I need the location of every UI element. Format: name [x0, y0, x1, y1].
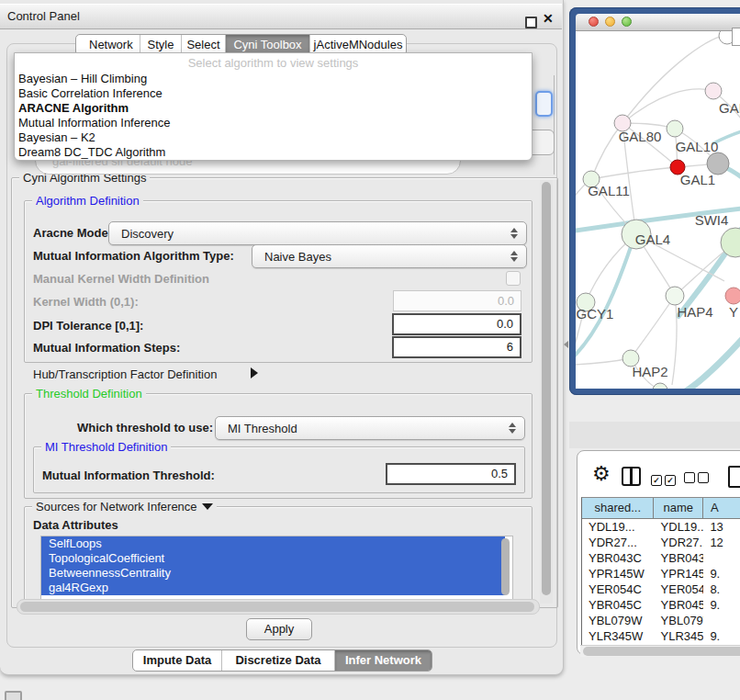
data-attributes-label: Data Attributes	[33, 518, 118, 532]
bottom-tabbar: Impute Data Discretize Data Infer Networ…	[132, 649, 432, 672]
node-label: SWI4	[695, 212, 729, 228]
table-hscrollbar-track[interactable]	[580, 645, 740, 657]
tab-infer-network[interactable]: Infer Network	[335, 650, 432, 671]
node-y[interactable]	[725, 288, 740, 304]
settings-scrollbar-thumb[interactable]	[542, 182, 551, 595]
node-label: HAP2	[632, 364, 667, 379]
settings-scrollbar-track[interactable]	[540, 180, 553, 604]
list-item[interactable]: TopologicalCoefficient	[41, 551, 505, 566]
manual-kernel-label: Manual Kernel Width Definition	[33, 272, 209, 286]
table-row[interactable]: YLR345W YLR345W 9.	[582, 628, 740, 644]
apply-button[interactable]: Apply	[246, 618, 312, 640]
table-row[interactable]: YDR27... YDR27... 12	[582, 535, 740, 550]
close-traffic-light[interactable]	[589, 17, 599, 27]
combo-arrows-icon	[503, 423, 521, 434]
which-threshold-label: Which threshold to use:	[77, 421, 213, 435]
table-header-row: shared... name A	[582, 498, 740, 519]
dpi-tolerance-label: DPI Tolerance [0,1]:	[33, 319, 143, 333]
hidden-panel-border	[554, 75, 555, 175]
combo-arrows-icon	[505, 228, 523, 239]
minimized-panel-icon[interactable]	[5, 691, 22, 700]
mi-type-label: Mutual Information Algorithm Type:	[33, 249, 234, 263]
minimize-traffic-light[interactable]	[605, 17, 615, 27]
deselect-all-columns-icon[interactable]	[684, 470, 709, 487]
table-row[interactable]: YBL079W YBL079W	[582, 613, 740, 628]
data-attributes-list: SelfLoops TopologicalCoefficient Between…	[40, 536, 513, 600]
control-panel-header: Control Panel ✕	[0, 4, 562, 29]
node-label: GAL1	[680, 172, 715, 187]
node-label: GAL80	[619, 129, 662, 144]
node-label: GAL	[719, 100, 740, 116]
dropdown-item[interactable]: Mutual Information Inference	[15, 116, 532, 130]
section-title: MI Threshold Definition	[41, 440, 171, 454]
new-table-icon[interactable]	[728, 466, 740, 488]
table-row[interactable]: YPR145W YPR145W 9.	[582, 566, 740, 581]
panel-resize-handle[interactable]	[564, 341, 568, 348]
table-row[interactable]: YER054C YER054C 8.	[582, 581, 740, 597]
settings-hscrollbar-track[interactable]	[17, 599, 540, 615]
mi-threshold-input[interactable]: 0.5	[386, 463, 516, 485]
table-hscrollbar-thumb[interactable]	[583, 647, 740, 656]
tab-discretize-data[interactable]: Discretize Data	[222, 650, 335, 671]
select-all-columns-icon[interactable]: ✓✓	[651, 470, 676, 487]
float-window-icon[interactable]	[525, 17, 537, 28]
list-item[interactable]: SelfLoops	[41, 536, 505, 551]
mi-threshold-label: Mutual Information Threshold:	[42, 469, 215, 482]
node-hap4[interactable]	[666, 287, 684, 305]
network-window-titlebar[interactable]	[576, 14, 740, 31]
close-icon[interactable]: ✕	[543, 11, 554, 26]
sources-title-row[interactable]: Sources for Network Inference	[32, 500, 217, 514]
tab-impute-data[interactable]: Impute Data	[133, 650, 222, 671]
hub-definition-toggle[interactable]: Hub/Transcription Factor Definition	[33, 367, 217, 381]
node-label: GAL10	[676, 139, 719, 154]
node-gal7[interactable]	[705, 83, 722, 99]
table-row[interactable]: YBR043C YBR043C	[582, 550, 740, 566]
mi-steps-input[interactable]: 6	[392, 336, 521, 358]
node-label: HAP4	[677, 304, 712, 320]
control-panel-window: Control Panel ✕ Network Style Sel	[0, 0, 564, 675]
kernel-width-label: Kernel Width (0,1):	[33, 295, 139, 309]
table-row[interactable]: YBR045C YBR045C 9.	[582, 597, 740, 613]
which-threshold-select[interactable]: MI Threshold	[215, 416, 525, 440]
column-header[interactable]: shared...	[582, 498, 654, 518]
dropdown-item-selected[interactable]: ARACNE Algorithm	[15, 101, 532, 116]
dropdown-item[interactable]: Bayesian – Hill Climbing	[15, 72, 532, 86]
list-item[interactable]: BetweennessCentrality	[41, 566, 505, 581]
expand-arrow-icon[interactable]	[251, 367, 258, 378]
column-header[interactable]: A	[703, 498, 740, 518]
dropdown-item[interactable]: Dream8 DC_TDC Algorithm	[15, 145, 532, 160]
list-item[interactable]: gal4RGexp	[41, 581, 505, 595]
table-row[interactable]: YDL19... YDL19... 13	[582, 519, 740, 535]
algorithm-dropdown-popup: Select algorithm to view settings Bayesi…	[14, 52, 533, 161]
split-columns-icon[interactable]	[622, 467, 641, 486]
manual-kernel-checkbox[interactable]	[506, 271, 521, 286]
network-scrollbar[interactable]	[732, 28, 740, 46]
network-view-canvas[interactable]: GAL GAL80 GAL10 GAL1 GAL11 GAL4 SWI4 GCY…	[576, 31, 740, 389]
list-scrollbar-thumb[interactable]	[501, 538, 510, 595]
dropdown-prompt: Select algorithm to view settings	[15, 54, 532, 72]
dropdown-item[interactable]: Bayesian – K2	[15, 130, 532, 145]
mi-steps-label: Mutual Information Steps:	[33, 341, 180, 355]
aracne-mode-select[interactable]: Discovery	[108, 221, 527, 245]
gear-icon[interactable]: ⚙	[592, 464, 611, 484]
node-label: GAL4	[635, 231, 670, 247]
mi-algorithm-type-select[interactable]: Naive Bayes	[252, 244, 527, 268]
collapse-arrow-icon[interactable]	[202, 503, 213, 510]
desktop: Control Panel ✕ Network Style Sel	[0, 0, 740, 700]
zoom-traffic-light[interactable]	[622, 17, 632, 27]
node-label: GAL11	[588, 183, 630, 198]
dropdown-item[interactable]: Basic Correlation Inference	[15, 86, 532, 101]
column-header[interactable]: name	[654, 498, 703, 518]
section-title: Threshold Definition	[32, 387, 146, 401]
section-title: Algorithm Definition	[32, 194, 143, 208]
node-table: shared... name A YDL19... YDL19... 13 YD…	[581, 497, 740, 645]
kernel-width-input[interactable]: 0.0	[393, 290, 521, 311]
node-gal10[interactable]	[667, 120, 683, 137]
settings-hscrollbar-thumb[interactable]	[20, 602, 534, 612]
node-label: GCY1	[577, 306, 614, 322]
dpi-tolerance-input[interactable]: 0.0	[392, 313, 521, 335]
network-graph[interactable]: GAL GAL80 GAL10 GAL1 GAL11 GAL4 SWI4 GCY…	[576, 31, 740, 389]
node-bottom[interactable]	[653, 383, 667, 389]
sources-title: Sources for Network Inference	[36, 500, 197, 514]
focused-combo-arrow-button[interactable]	[535, 91, 553, 117]
